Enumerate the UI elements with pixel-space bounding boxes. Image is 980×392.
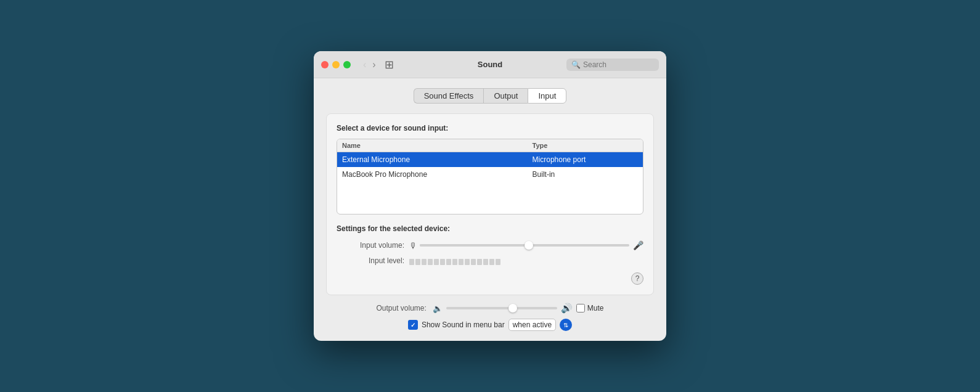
help-row: ? <box>337 272 643 285</box>
show-sound-label: Show Sound in menu bar <box>422 321 505 329</box>
input-volume-label: Input volume: <box>337 241 404 250</box>
mute-row: Mute <box>576 304 604 312</box>
dropdown-arrow-button[interactable] <box>560 319 572 331</box>
input-level-bars <box>409 256 500 265</box>
level-bar <box>440 259 445 265</box>
close-button[interactable] <box>321 61 329 68</box>
level-bar <box>434 259 439 265</box>
level-bar <box>483 259 488 265</box>
output-volume-thumb[interactable] <box>508 304 517 312</box>
level-bar <box>489 259 494 265</box>
table-header: Name Type <box>337 139 643 152</box>
mic-high-icon: 🎤 <box>633 240 643 250</box>
table-row[interactable]: MacBook Pro Microphone Built-in <box>337 167 643 182</box>
when-active-dropdown[interactable]: when active <box>508 319 556 331</box>
device-select-label: Select a device for sound input: <box>337 124 643 133</box>
help-button[interactable]: ? <box>631 272 643 285</box>
input-level-label: Input level: <box>337 256 404 265</box>
show-sound-checkbox[interactable] <box>408 320 418 330</box>
level-bar <box>471 259 476 265</box>
device-type: Built-in <box>533 170 638 179</box>
maximize-button[interactable] <box>343 61 351 68</box>
level-bar <box>477 259 482 265</box>
level-bar <box>446 259 451 265</box>
mute-checkbox[interactable] <box>576 304 585 312</box>
output-volume-section: Output volume: 🔈 🔊 Mute <box>314 295 666 314</box>
tab-input[interactable]: Input <box>528 88 566 104</box>
device-table: Name Type External Microphone Microphone… <box>337 139 643 214</box>
input-volume-row: Input volume: 🎙 🎤 <box>337 240 643 250</box>
level-bar <box>428 259 433 265</box>
system-preferences-window: ‹ › ⊞ Sound 🔍 Sound Effects Output Input… <box>314 51 666 341</box>
search-icon: 🔍 <box>571 60 581 69</box>
forward-button[interactable]: › <box>370 59 378 71</box>
volume-high-icon: 🔊 <box>561 303 573 314</box>
when-active-text: when active <box>513 321 552 329</box>
settings-section: Settings for the selected device: Input … <box>337 224 643 265</box>
grid-icon[interactable]: ⊞ <box>385 58 394 71</box>
device-type: Microphone port <box>533 155 638 164</box>
traffic-lights <box>321 61 351 68</box>
minimize-button[interactable] <box>332 61 340 68</box>
level-bar <box>452 259 457 265</box>
window-title: Sound <box>478 60 502 69</box>
output-volume-slider[interactable] <box>446 307 557 309</box>
level-bar <box>496 259 500 265</box>
tab-output[interactable]: Output <box>483 88 528 104</box>
level-bar <box>465 259 470 265</box>
settings-label: Settings for the selected device: <box>337 224 643 233</box>
table-row[interactable]: External Microphone Microphone port <box>337 152 643 167</box>
table-body: External Microphone Microphone port MacB… <box>337 152 643 214</box>
back-button[interactable]: ‹ <box>361 59 369 71</box>
tab-sound-effects[interactable]: Sound Effects <box>414 88 484 104</box>
mic-low-icon: 🎙 <box>409 241 417 250</box>
input-volume-thumb[interactable] <box>525 241 533 250</box>
level-bar <box>409 259 414 265</box>
inner-content: Sound Effects Output Input Select a devi… <box>314 78 666 295</box>
window-content: Sound Effects Output Input Select a devi… <box>314 78 666 341</box>
titlebar: ‹ › ⊞ Sound 🔍 <box>314 51 666 78</box>
tab-bar: Sound Effects Output Input <box>326 88 654 104</box>
mute-label: Mute <box>587 304 604 312</box>
level-bar <box>422 259 427 265</box>
input-volume-slider[interactable] <box>420 244 629 247</box>
level-bar <box>459 259 463 265</box>
search-input[interactable] <box>583 60 654 69</box>
output-volume-label: Output volume: <box>376 304 426 312</box>
nav-arrows: ‹ › <box>361 59 378 71</box>
show-sound-row: Show Sound in menu bar when active <box>314 314 666 341</box>
input-panel: Select a device for sound input: Name Ty… <box>326 113 654 295</box>
col-name: Name <box>342 142 533 149</box>
col-type: Type <box>533 142 638 149</box>
device-name: External Microphone <box>342 155 533 164</box>
level-bar <box>415 259 420 265</box>
device-name: MacBook Pro Microphone <box>342 170 533 179</box>
volume-low-icon: 🔈 <box>433 304 443 313</box>
input-level-row: Input level: <box>337 256 643 265</box>
search-bar[interactable]: 🔍 <box>566 59 659 71</box>
